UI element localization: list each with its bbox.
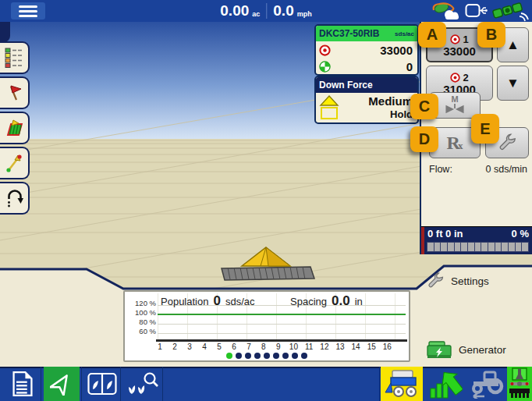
chart-y-ticks: 120 %100 %80 %60 % (128, 300, 156, 335)
bottombar-separator (81, 367, 82, 401)
down-arrow-icon: ▼ (506, 76, 520, 91)
down-force-title: Down Force (319, 80, 373, 90)
scouting-button[interactable] (123, 367, 161, 401)
callout-b: B (477, 22, 505, 48)
down-force-values: Medium Hold (344, 94, 413, 121)
page-dot[interactable] (264, 353, 270, 359)
down-force-body: Medium Hold (316, 93, 417, 122)
callout-e: E (471, 114, 499, 144)
actual-rate-row: 0 (316, 58, 417, 74)
row-number: 16 (383, 342, 392, 351)
row-number: 9 (275, 342, 282, 351)
manual-label: M (451, 95, 458, 103)
page-indicator-dots (226, 353, 307, 359)
population-readout: Population 0 sds/ac (161, 293, 255, 309)
up-arrow-icon: ▲ (506, 37, 520, 53)
legend-icon (5, 48, 23, 68)
row-number: 10 (289, 342, 298, 351)
product-panel-header: DKC37-50RIB sds/ac (316, 26, 417, 41)
flow-readout: Flow: 0 sds/min (429, 164, 527, 175)
planter-icon (383, 369, 420, 399)
reports-button[interactable] (5, 367, 41, 401)
top-bar: 0.00 ac 0.0 mph (0, 0, 532, 22)
collapsed-tab-stub[interactable] (0, 22, 10, 42)
population-unit: sds/ac (225, 296, 255, 307)
crop-scouting-icon (126, 371, 158, 396)
page-dot[interactable] (254, 353, 261, 359)
flow-label: Flow: (429, 164, 452, 175)
seed-tube-icon (509, 367, 530, 400)
distance-coverage-bar: 0 ft 0 in 0 % (421, 226, 532, 254)
page-dot[interactable] (282, 353, 289, 359)
chart-axis-line (156, 339, 407, 342)
speed-unit: mph (297, 10, 312, 18)
y-tick-label: 100 % (128, 310, 156, 317)
rx-icon: Rx (447, 133, 463, 154)
coverage-percent: 0 % (512, 228, 529, 240)
down-force-icon (319, 94, 339, 121)
settings-wrench-icon (426, 271, 445, 290)
cloud-sync-icon[interactable] (430, 1, 461, 21)
bottombar-separator (162, 367, 163, 401)
split-view-button[interactable] (84, 367, 120, 401)
callout-c: C (410, 94, 438, 119)
sidebar-guidance-button[interactable] (0, 147, 30, 179)
report-document-icon (12, 371, 34, 396)
callout-a: A (418, 22, 446, 48)
status-icons (430, 0, 529, 22)
row-number: 7 (245, 342, 253, 351)
wrench-icon (497, 133, 517, 153)
tractor-swap-button[interactable] (465, 367, 507, 401)
menu-button[interactable] (11, 2, 45, 20)
u-turn-icon (5, 188, 23, 208)
population-label: Population (161, 296, 208, 307)
speed-value: 0.0 (273, 2, 293, 20)
page-dot[interactable] (226, 353, 232, 359)
spacing-unit: in (355, 296, 363, 307)
generator-button[interactable]: Generator (426, 339, 506, 360)
coverage-swath-button[interactable] (426, 367, 465, 401)
gps-satellite-icon[interactable] (491, 1, 529, 22)
row-number: 12 (320, 342, 328, 351)
bottombar-separator (41, 367, 41, 401)
product-unit: sds/ac (395, 30, 414, 37)
ab-line-icon (5, 154, 23, 172)
row-number-axis: 12345678910111213141516 (156, 342, 392, 351)
row-number: 11 (305, 342, 313, 351)
rate-target-icon (450, 73, 460, 83)
section-indicator (421, 227, 424, 254)
row-number: 2 (171, 342, 179, 351)
down-force-level: Medium (344, 94, 413, 108)
page-dot[interactable] (273, 353, 279, 359)
page-dot[interactable] (301, 353, 307, 359)
generator-label: Generator (459, 344, 506, 356)
sidebar-flag-button[interactable] (0, 76, 30, 109)
page-dot[interactable] (236, 353, 242, 359)
row-number: 8 (260, 342, 268, 351)
actual-rate-icon (319, 61, 331, 73)
area-value: 0.00 (220, 2, 249, 20)
row-number: 5 (215, 342, 223, 351)
target-rate-icon (319, 44, 331, 56)
sidebar-coverage-button[interactable] (0, 112, 30, 144)
rate-decrease-button[interactable]: ▼ (497, 66, 529, 101)
planter-implement (222, 267, 314, 280)
page-dot[interactable] (245, 353, 251, 359)
sidebar-legend-button[interactable] (0, 41, 30, 74)
down-force-panel[interactable]: Down Force Medium Hold (314, 76, 419, 124)
y-tick-label: 60 % (128, 328, 156, 335)
usb-icon[interactable] (465, 2, 488, 20)
page-dot[interactable] (292, 353, 298, 359)
rate-2-number: 2 (463, 72, 468, 83)
row-number: 1 (156, 342, 164, 351)
product-name: DKC37-50RIB (319, 28, 379, 39)
y-tick-label: 120 % (128, 300, 156, 307)
row-unit-button[interactable] (507, 367, 532, 401)
map-view-button-active[interactable] (44, 367, 80, 401)
settings-button[interactable]: Settings (426, 271, 489, 290)
split-screen-icon (87, 372, 117, 396)
planter-control-button[interactable] (381, 367, 423, 401)
product-panel[interactable]: DKC37-50RIB sds/ac 33000 0 (314, 24, 419, 76)
row-number: 13 (335, 342, 344, 351)
sidebar-turn-button[interactable] (0, 182, 30, 215)
